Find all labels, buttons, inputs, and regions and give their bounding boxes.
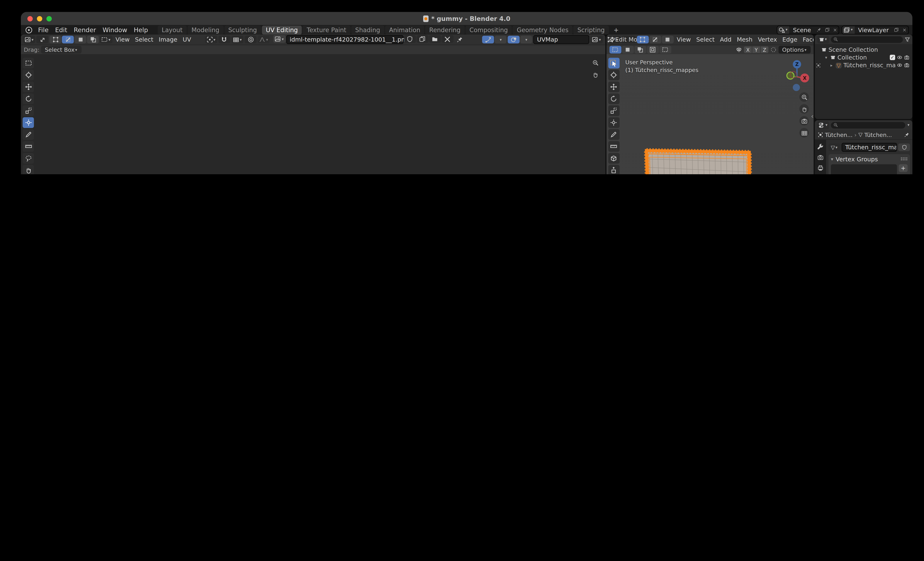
uv-menu-image[interactable]: Image [156,36,179,43]
menu-edit[interactable]: Edit [52,26,70,34]
pin-id-icon[interactable] [904,132,909,137]
mesh-select-mode-vertex[interactable] [637,36,648,44]
tool-add-cube-icon[interactable] [608,153,619,164]
uv-pivot-point-dropdown[interactable]: ▾ [205,36,217,44]
uv-menu-view[interactable]: View [114,36,132,43]
tab-output[interactable] [815,163,826,172]
mirror-z-button[interactable]: Z [760,46,768,53]
tool-move-icon[interactable] [22,81,34,92]
tab-sculpting[interactable]: Sculpting [224,26,261,34]
uv-snapping-dropdown[interactable]: ▾ [231,36,243,44]
mirror-x-button[interactable]: X [744,46,752,53]
minimize-window-button[interactable] [37,16,42,21]
uv-select-mode-face[interactable] [75,36,86,44]
render-camera-icon[interactable] [904,63,909,68]
uv-gizmos-dropdown[interactable]: ▾ [495,36,507,44]
uv-canvas[interactable] [21,54,605,174]
mesh-select-mode-edge[interactable] [649,36,661,44]
outliner-row-scene-collection[interactable]: Scene Collection [816,46,911,54]
tool-2d-cursor-icon[interactable] [22,70,34,80]
image-new-copy-icon[interactable] [416,35,428,43]
mirror-y-button[interactable]: Y [752,46,760,53]
select-extend-icon[interactable] [622,46,633,54]
tool-scale-icon[interactable] [22,105,34,116]
options-dropdown[interactable]: Options▾ [778,46,811,54]
mesh-select-mode-face[interactable] [662,36,674,44]
select-new-icon[interactable] [609,46,621,54]
outliner-row-collection[interactable]: ▾ Collection ✓ [816,54,911,62]
breadcrumb-data[interactable]: Tütchen... [864,131,892,138]
hide-eye-icon[interactable] [897,63,902,68]
vp-pan-hand-icon[interactable] [799,104,809,114]
tool-move-icon[interactable] [608,81,619,92]
menu-file[interactable]: File [35,26,51,34]
outliner-display-mode-dropdown[interactable]: ▾ [817,36,829,43]
select-subtract-icon[interactable] [634,46,646,54]
scene-selector[interactable]: ▾ Scene × [777,26,840,34]
image-browse-button[interactable]: ▾ [273,35,285,43]
image-open-folder-icon[interactable] [429,35,441,43]
vp-camera-view-icon[interactable] [799,116,809,126]
zoom-window-button[interactable] [46,16,52,21]
uv-sync-selection-toggle[interactable] [36,36,48,44]
uv-sticky-selection-dropdown[interactable]: ▾ [100,36,112,44]
sidebar-collapse-arrow[interactable]: ‹ [811,112,814,120]
uv-map-field[interactable]: UVMap [534,35,590,44]
filter-icon[interactable] [904,37,910,42]
scene-name[interactable]: Scene [789,26,814,33]
view-layer-name[interactable]: ViewLayer [855,26,892,33]
tab-scripting[interactable]: Scripting [573,26,609,34]
copy-icon[interactable] [823,27,831,32]
proportional-snap-icon[interactable] [770,46,777,53]
viewport-canvas[interactable]: User Perspective (1) Tütchen_rissc_mappe… [606,54,813,174]
remove-view-layer-icon[interactable]: × [901,27,908,33]
vp-menu-vertex[interactable]: Vertex [756,36,779,43]
tool-transform-icon[interactable] [22,117,34,128]
remove-vertex-group-button[interactable]: − [898,173,908,174]
hide-eye-icon[interactable] [897,55,902,60]
uv-pan-hand-icon[interactable] [591,70,600,79]
mesh-data-browse-button[interactable]: ▽▾ [828,143,840,151]
uv-menu-uv[interactable]: UV [180,36,193,43]
tool-rotate-icon[interactable] [22,93,34,104]
tool-annotate-icon[interactable] [22,129,34,140]
close-window-button[interactable] [27,16,33,21]
vp-ortho-toggle-icon[interactable] [799,128,809,138]
uv-zoom-gizmo-icon[interactable] [591,58,600,67]
uv-gizmos-toggle[interactable] [482,36,494,44]
select-invert-icon[interactable] [646,46,658,54]
outliner-row-object[interactable]: ▸ ▽ Tütchen_rissc_mappes [816,62,911,69]
vp-menu-view[interactable]: View [675,36,693,43]
unlink-scene-icon[interactable]: × [831,27,839,33]
copy-icon[interactable] [892,27,901,32]
collection-checkbox[interactable]: ✓ [890,55,895,60]
tool-measure-icon[interactable] [22,141,34,152]
tab-uv-editing[interactable]: UV Editing [262,26,302,34]
tab-modeling[interactable]: Modeling [188,26,224,34]
menu-render[interactable]: Render [71,26,99,34]
tool-measure-icon[interactable] [608,141,619,152]
uv-overlays-dropdown[interactable]: ▾ [520,36,532,44]
vp-menu-edge[interactable]: Edge [780,36,800,43]
properties-options-dropdown[interactable]: ▾ [907,123,910,128]
panel-grip-icon[interactable] [900,157,908,160]
menu-window[interactable]: Window [100,26,130,34]
uv-menu-select[interactable]: Select [133,36,155,43]
uv-overlays-toggle[interactable] [508,36,520,44]
properties-editor-type-button[interactable]: ▾ [817,121,829,129]
render-camera-icon[interactable] [904,55,909,60]
menu-help[interactable]: Help [131,26,151,34]
tab-view-layer[interactable] [815,174,826,174]
fake-user-shield-button[interactable] [898,143,910,151]
scene-icon[interactable]: ▾ [777,26,789,34]
tool-annotate-icon[interactable] [608,129,619,140]
vp-menu-mesh[interactable]: Mesh [735,36,754,43]
drag-tool-dropdown[interactable]: Select Box▾ [41,46,81,54]
tool-select-box-icon[interactable] [608,58,619,68]
tool-rotate-icon[interactable] [608,93,619,104]
vp-menu-face[interactable]: Face [801,36,813,43]
tool-relax-icon[interactable] [22,165,34,174]
uv-proportional-editing-toggle[interactable] [244,36,256,44]
mirror-icon[interactable] [736,46,742,53]
mesh-data-icon[interactable]: ▽ [858,132,862,138]
